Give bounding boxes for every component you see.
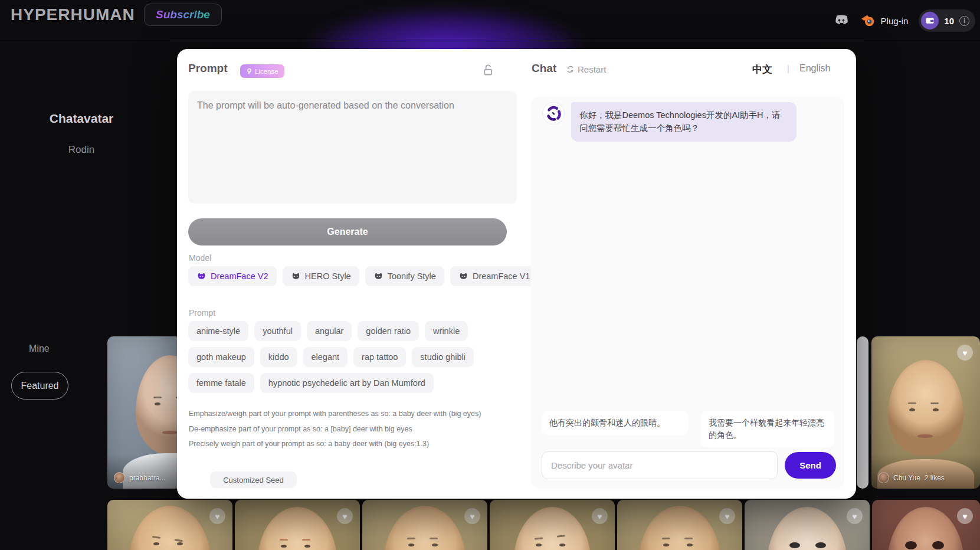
app-logo: HYPERHUMAN xyxy=(11,5,135,24)
heart-icon[interactable]: ♥ xyxy=(957,508,973,524)
avatar-card-partial[interactable] xyxy=(857,336,868,489)
prompt-section-label: Prompt xyxy=(189,308,215,317)
avatar-card[interactable]: ♥ Chu Yue 2 likes xyxy=(871,336,980,489)
tag-chip[interactable]: youthful xyxy=(254,321,301,341)
heart-icon[interactable]: ♥ xyxy=(337,508,353,524)
customized-seed-button[interactable]: Customized Seed xyxy=(210,472,297,488)
model-chip-dreamface-v1[interactable]: DreamFace V1 xyxy=(450,266,539,286)
heart-icon[interactable]: ♥ xyxy=(209,508,225,524)
tab-mine[interactable]: Mine xyxy=(29,343,50,354)
heart-icon[interactable]: ♥ xyxy=(957,345,973,361)
model-chip-dreamface-v2[interactable]: DreamFace V2 xyxy=(188,266,277,286)
heart-icon[interactable]: ♥ xyxy=(847,508,863,524)
author-avatar xyxy=(878,472,889,483)
lang-toggle-chinese[interactable]: 中文 xyxy=(752,63,772,76)
avatar-card[interactable]: ♥ xyxy=(235,500,360,550)
avatar-card[interactable]: ♥ xyxy=(745,500,870,550)
tag-chip[interactable]: hypnotic psychedelic art by Dan Mumford xyxy=(260,373,434,393)
deemos-logo-icon xyxy=(545,104,562,122)
avatar-card[interactable]: ♥ xyxy=(107,500,232,550)
credits-pill[interactable]: 10 i xyxy=(919,9,975,32)
page-subtitle-rodin[interactable]: Rodin xyxy=(40,144,123,156)
restart-label: Restart xyxy=(578,64,606,74)
license-label: License xyxy=(255,68,278,75)
assistant-message: 你好，我是Deemos Technologies开发的AI助手H，请问您需要帮忙… xyxy=(571,102,797,142)
tip-line: Precisely weigh part of your prompt as s… xyxy=(189,440,429,448)
prompt-textarea[interactable] xyxy=(188,91,517,204)
cat-icon xyxy=(373,271,384,281)
tag-chip[interactable]: kiddo xyxy=(260,347,297,367)
heart-icon[interactable]: ♥ xyxy=(464,508,480,524)
likes-count: 2 likes xyxy=(925,474,945,482)
generate-button[interactable]: Generate xyxy=(188,218,507,245)
avatar-card[interactable]: ♥ xyxy=(490,500,615,550)
credits-count: 10 xyxy=(944,16,954,26)
wallet-icon xyxy=(921,12,939,30)
tag-chip[interactable]: anime-style xyxy=(188,321,248,341)
cat-icon xyxy=(291,271,301,281)
prompt-panel-title: Prompt xyxy=(188,62,228,75)
license-badge[interactable]: License xyxy=(240,64,284,78)
model-chip-hero-style[interactable]: HERO Style xyxy=(283,266,359,286)
subscribe-button[interactable]: Subscribe xyxy=(144,4,222,26)
plugin-button[interactable]: Plug-in xyxy=(860,12,909,29)
tag-chip[interactable]: femme fatale xyxy=(188,373,254,393)
tip-line: De-emphasize part of your prompt as so: … xyxy=(189,425,412,433)
model-section-label: Model xyxy=(189,253,211,263)
send-button[interactable]: Send xyxy=(785,452,836,479)
plugin-label: Plug-in xyxy=(881,16,909,26)
tip-line: Emphasize/weigh part of your prompt with… xyxy=(189,410,481,418)
cat-icon xyxy=(458,271,468,281)
model-chip-toonify-style[interactable]: Toonify Style xyxy=(365,266,444,286)
avatar-card[interactable]: ♥ xyxy=(617,500,742,550)
author-avatar xyxy=(114,472,125,483)
tag-row-1: anime-style youthful angular golden rati… xyxy=(188,321,468,341)
chat-panel-title: Chat xyxy=(532,62,556,75)
unlock-icon[interactable] xyxy=(481,63,495,77)
blender-icon xyxy=(860,12,877,29)
tab-featured[interactable]: Featured xyxy=(11,372,68,400)
tag-chip[interactable]: wrinkle xyxy=(425,321,468,341)
subscribe-label: Subscribe xyxy=(156,8,210,21)
tag-chip[interactable]: angular xyxy=(307,321,352,341)
discord-icon[interactable] xyxy=(833,12,850,29)
avatar-card[interactable]: ♥ xyxy=(362,500,487,550)
top-bar: HYPERHUMAN Subscribe Plug-in 10 i xyxy=(0,0,980,41)
lang-toggle-english[interactable]: English xyxy=(799,63,830,74)
model-chip-row: DreamFace V2 HERO Style Toonify Style Dr… xyxy=(188,266,538,286)
lang-divider: | xyxy=(787,63,789,73)
avatar-card[interactable]: ♥ xyxy=(872,500,980,550)
tag-row-3: femme fatale hypnotic psychedelic art by… xyxy=(188,373,434,393)
tag-chip[interactable]: rap tattoo xyxy=(353,347,406,367)
restart-icon xyxy=(566,65,575,74)
tag-chip[interactable]: goth makeup xyxy=(188,347,254,367)
author-name[interactable]: prabhatra... xyxy=(129,474,165,482)
info-icon[interactable]: i xyxy=(959,16,969,26)
avatar-description-input[interactable] xyxy=(542,451,778,479)
chat-panel: 你好，我是Deemos Technologies开发的AI助手H，请问您需要帮忙… xyxy=(531,97,844,489)
tag-chip[interactable]: elegant xyxy=(303,347,348,367)
suggestion-chip[interactable]: 我需要一个样貌看起来年轻漂亮的角色。 xyxy=(701,411,834,447)
tag-chip[interactable]: golden ratio xyxy=(358,321,419,341)
assistant-avatar xyxy=(542,102,565,125)
suggestion-chip[interactable]: 他有突出的颧骨和迷人的眼睛。 xyxy=(542,411,689,435)
tag-row-2: goth makeup kiddo elegant rap tattoo stu… xyxy=(188,347,474,367)
author-name[interactable]: Chu Yue xyxy=(893,474,920,482)
heart-icon[interactable]: ♥ xyxy=(719,508,735,524)
heart-icon[interactable]: ♥ xyxy=(592,508,608,524)
license-icon xyxy=(246,68,253,74)
restart-button[interactable]: Restart xyxy=(566,64,606,74)
page-title: Chatavatar xyxy=(40,112,123,126)
tag-chip[interactable]: studio ghibli xyxy=(412,347,474,367)
chatavatar-modal: Prompt License Generate Model DreamFace … xyxy=(177,49,856,499)
cat-icon xyxy=(196,271,207,281)
